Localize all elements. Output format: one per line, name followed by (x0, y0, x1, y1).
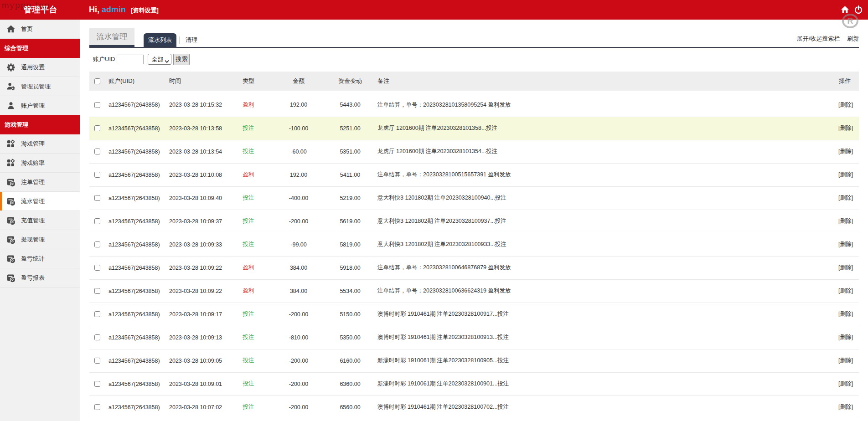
cell-account: a1234567(2643858) (104, 256, 165, 279)
row-checkbox[interactable] (94, 288, 100, 294)
row-checkbox[interactable] (94, 404, 100, 410)
row-checkbox[interactable] (94, 381, 100, 387)
table-row: a1234567(2643858)2023-03-28 10:09:22盈利38… (89, 256, 859, 279)
toggle-search-link[interactable]: 展开/收起搜索栏 (797, 35, 840, 42)
profile-settings-link[interactable]: [资料设置] (131, 7, 159, 14)
sidebar-item-label: 管理员管理 (21, 77, 51, 96)
cell-account: a1234567(2643858) (104, 303, 165, 326)
row-checkbox[interactable] (94, 172, 100, 178)
delete-link[interactable]: [删除] (838, 148, 853, 154)
table-row: a1234567(2643858)2023-03-28 10:09:33投注-9… (89, 233, 859, 256)
main-content: 流水管理 流水列表清理 展开/收起搜索栏 刷新 账户UID 全部 搜索 账户(U… (80, 20, 868, 421)
tab-turnover-list[interactable]: 流水列表 (144, 33, 176, 47)
sidebar-item-turnover[interactable]: 流水管理 (0, 192, 80, 211)
row-checkbox[interactable] (94, 218, 100, 224)
sidebar-item-general-settings[interactable]: 通用设置 (0, 58, 80, 77)
cell-time: 2023-03-28 10:07:02 (165, 395, 232, 419)
table-row: a1234567(2643858)2023-03-28 10:10:08盈利19… (89, 163, 859, 186)
delete-link[interactable]: [删除] (838, 218, 853, 224)
table-row: a1234567(2643858)2023-03-28 10:09:01投注-2… (89, 372, 859, 395)
row-checkbox[interactable] (94, 125, 100, 131)
row-checkbox[interactable] (94, 149, 100, 154)
sidebar-item-game-odds[interactable]: 游戏赔率 (0, 154, 80, 173)
type-filter-select[interactable]: 全部 (148, 54, 171, 65)
delete-link[interactable]: [删除] (838, 288, 853, 294)
cell-time: 2023-03-28 10:09:22 (165, 279, 232, 303)
username[interactable]: admin (102, 5, 126, 14)
cell-note: 注单结算，单号：20230328100515657391 盈利发放 (367, 163, 804, 186)
row-checkbox[interactable] (94, 358, 100, 364)
cell-amount: -400.00 (264, 186, 333, 210)
search-uid-input[interactable] (117, 55, 144, 64)
cell-amount: -200.00 (264, 349, 333, 372)
cell-time: 2023-03-28 10:09:01 (165, 372, 232, 395)
cell-type: 投注 (232, 372, 264, 395)
cell-time: 2023-03-28 10:09:37 (165, 210, 232, 233)
cell-amount: -60.00 (264, 140, 333, 163)
delete-link[interactable]: [删除] (838, 404, 853, 410)
sidebar-item-pnl-report[interactable]: 盈亏报表 (0, 268, 80, 288)
apps-icon (6, 159, 16, 168)
cell-note: 意大利快3 1201802期 注单20230328100940...投注 (367, 186, 804, 210)
row-checkbox[interactable] (94, 334, 100, 340)
sidebar-item-label: 提现管理 (21, 230, 45, 249)
cell-account: a1234567(2643858) (104, 279, 165, 303)
delete-link[interactable]: [删除] (838, 241, 853, 247)
delete-link[interactable]: [删除] (838, 102, 853, 108)
delete-link[interactable]: [删除] (838, 334, 853, 340)
cell-type: 盈利 (232, 256, 264, 279)
table-row: a1234567(2643858)2023-03-28 10:09:13投注-8… (89, 326, 859, 349)
sidebar-item-admin-management[interactable]: 管理员管理 (0, 77, 80, 96)
delete-link[interactable]: [删除] (838, 125, 853, 131)
top-header-bar: 管理平台 Hi, admin[资料设置] (0, 0, 868, 20)
select-all-checkbox[interactable] (94, 78, 100, 84)
sidebar-item-bet-orders[interactable]: 注单管理 (0, 173, 80, 192)
watermark-site-text: myppp.top (1, 0, 50, 10)
cell-account: a1234567(2643858) (104, 349, 165, 372)
cell-note: 龙虎厅 1201600期 注单20230328101354...投注 (367, 140, 804, 163)
sidebar-nav: 首页综合管理通用设置管理员管理账户管理游戏管理游戏管理游戏赔率注单管理流水管理充… (0, 20, 80, 421)
tab-cleanup[interactable]: 清理 (181, 33, 202, 47)
watermark-registered-mark: R (842, 14, 858, 28)
cell-amount: -99.00 (264, 233, 333, 256)
row-checkbox[interactable] (94, 241, 100, 247)
row-checkbox[interactable] (94, 265, 100, 271)
cell-account: a1234567(2643858) (104, 186, 165, 210)
search-button[interactable]: 搜索 (173, 54, 190, 65)
sidebar-item-game-admin[interactable]: 游戏管理 (0, 134, 80, 154)
sidebar-item-account-management[interactable]: 账户管理 (0, 96, 80, 115)
sidebar-item-label: 注单管理 (21, 173, 45, 191)
refresh-link[interactable]: 刷新 (847, 35, 859, 42)
sidebar-item-home[interactable]: 首页 (0, 20, 80, 39)
sidebar-item-label: 盈亏统计 (21, 249, 45, 268)
sidebar-item-pnl-stats[interactable]: 盈亏统计 (0, 249, 80, 268)
delete-link[interactable]: [删除] (838, 357, 853, 364)
cell-amount: -810.00 (264, 326, 333, 349)
cell-note: 澳博时时彩 1910461期 注单20230328100913...投注 (367, 326, 804, 349)
tab-separator (179, 36, 180, 44)
cell-amount: -200.00 (264, 395, 333, 419)
cell-balance: 5351.00 (333, 140, 367, 163)
sidebar-item-withdrawals[interactable]: 提现管理 (0, 230, 80, 249)
col-header-amount: 金额 (264, 72, 333, 91)
cell-amount: -200.00 (264, 303, 333, 326)
page-title: 流水管理 (89, 28, 134, 47)
form-icon (6, 197, 16, 206)
sidebar-item-deposits[interactable]: 充值管理 (0, 211, 80, 230)
sidebar-section-general-management: 综合管理 (0, 39, 80, 58)
delete-link[interactable]: [删除] (838, 195, 853, 201)
delete-link[interactable]: [删除] (838, 311, 853, 317)
delete-link[interactable]: [删除] (838, 380, 853, 387)
delete-link[interactable]: [删除] (838, 264, 853, 271)
cell-balance: 5619.00 (333, 210, 367, 233)
user-icon (6, 101, 16, 110)
delete-link[interactable]: [删除] (838, 171, 853, 178)
col-header-account: 账户(UID) (104, 72, 165, 91)
form-icon (6, 273, 16, 282)
cell-note: 注单结算，单号：20230328100646876879 盈利发放 (367, 256, 804, 279)
row-checkbox[interactable] (94, 311, 100, 317)
cell-balance: 6160.00 (333, 349, 367, 372)
cell-time: 2023-03-28 10:13:54 (165, 140, 232, 163)
row-checkbox[interactable] (94, 102, 100, 108)
row-checkbox[interactable] (94, 195, 100, 201)
